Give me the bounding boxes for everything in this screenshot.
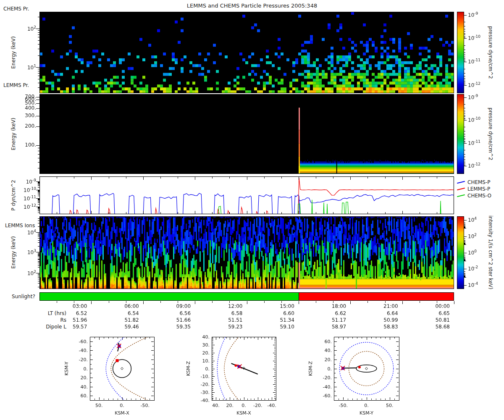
cbar2-tick: 10-12 xyxy=(468,162,490,169)
legend-line-swatch xyxy=(457,188,465,191)
time-tick-label: 06:00 xyxy=(116,303,139,309)
cbar1-tick: 10-11 xyxy=(468,58,490,65)
p2-ytick: 400. xyxy=(13,105,36,111)
p3-ytick: 10-11 xyxy=(13,195,36,202)
p1-ytick: 102 xyxy=(13,25,36,32)
ephemeris-value: 50.99 xyxy=(375,317,398,323)
legend-entry-chems-p: CHEMS-P xyxy=(457,179,491,186)
p1-ytick: 101 xyxy=(13,64,36,71)
time-tick-label: 15:00 xyxy=(271,303,294,309)
ephemeris-value: 6.65 xyxy=(426,310,450,316)
cbar2-label: pressure dyne/cm^2 xyxy=(488,108,494,160)
cbar3-tick: 10-2 xyxy=(468,265,490,272)
figure-title: LEMMS and CHEMS Particle Pressures 2005:… xyxy=(0,3,504,9)
legend-line-swatch xyxy=(457,181,465,184)
panel-label-lemms-pr: LEMMS Pr. xyxy=(3,82,29,88)
orbit-plot-ksmz-vs-ksmy xyxy=(302,333,415,419)
cbar3-tick: 100 xyxy=(468,249,490,256)
ephemeris-value: 6.54 xyxy=(116,310,139,316)
cbar1-tick: 10-9 xyxy=(468,11,490,18)
ephemeris-value: 50.81 xyxy=(426,317,450,323)
sunlight-night-segment xyxy=(299,293,454,300)
cbar3-tick: 10-4 xyxy=(468,281,490,288)
orbit-plot-ksmy-vs-ksmx xyxy=(59,333,171,419)
ephemeris-value: 51.82 xyxy=(116,317,139,323)
intensity-colorbar xyxy=(457,216,464,289)
ephemeris-value: 58.97 xyxy=(323,324,346,330)
time-tick-label: 12:00 xyxy=(219,303,243,309)
panel-label-lemms-ions: LEMMS Ions xyxy=(5,223,35,228)
ephemeris-value: 6.56 xyxy=(167,310,191,316)
ephemeris-value: 51.66 xyxy=(167,317,191,323)
time-tick-label: 00:00 xyxy=(426,303,450,309)
ephemeris-value: 58.68 xyxy=(426,324,450,330)
sunlight-indicator-bar xyxy=(39,292,454,301)
ephemeris-value: 59.23 xyxy=(219,324,243,330)
row-label-lt: LT (hrs) xyxy=(13,310,66,316)
cbar2-tick: 10-10 xyxy=(468,116,490,123)
ephemeris-value: 6.62 xyxy=(323,310,346,316)
ephemeris-value: 51.34 xyxy=(271,317,294,323)
ephemeris-value: 59.35 xyxy=(167,324,191,330)
time-tick-label: 18:00 xyxy=(323,303,346,309)
panel-label-chems-pr: CHEMS Pr. xyxy=(3,6,29,12)
ephemeris-value: 51.96 xyxy=(63,317,87,323)
legend-label: CHEMS-P xyxy=(467,179,491,185)
ephemeris-value: 59.46 xyxy=(116,324,139,330)
p4-ytick: 102 xyxy=(13,270,36,276)
chems-pressure-spectrogram xyxy=(39,12,454,93)
ephemeris-value: 6.64 xyxy=(375,310,398,316)
sunlight-label: Sunlight? xyxy=(12,294,35,299)
p4-ytick: 103 xyxy=(13,249,36,255)
pressure-line-chart xyxy=(39,176,454,214)
time-tick-label: 21:00 xyxy=(375,303,398,309)
p3-ytick: 10-12 xyxy=(13,203,36,210)
ephemeris-value: 6.52 xyxy=(63,310,87,316)
legend-entry-lemms-p: LEMMS-P xyxy=(457,186,491,192)
cbar1-tick: 10-10 xyxy=(468,34,490,41)
p3-ytick: 10-10 xyxy=(13,186,36,193)
legend-label: CHEMS-O xyxy=(467,193,491,199)
lemms-pressure-spectrogram xyxy=(39,94,454,174)
ephemeris-value: 51.51 xyxy=(219,317,243,323)
legend-line-swatch xyxy=(457,194,465,197)
cbar2-tick: 10-9 xyxy=(468,94,490,100)
pressure-colorbar-top xyxy=(457,12,464,93)
row-label-rs: Rs xyxy=(13,317,66,323)
ephemeris-value: 59.57 xyxy=(63,324,87,330)
cbar2-tick: 10-11 xyxy=(468,139,490,146)
p3-ytick: 10-9 xyxy=(13,178,36,185)
legend-entry-chems-o: CHEMS-O xyxy=(457,192,491,199)
lemms-ions-spectrogram xyxy=(39,216,454,289)
ephemeris-value: 6.58 xyxy=(219,310,243,316)
cbar1-tick: 10-12 xyxy=(468,81,490,88)
ephemeris-value: 59.10 xyxy=(271,324,294,330)
p2-ytick: 200. xyxy=(13,123,36,129)
row-label-dipole-l: Dipole L xyxy=(13,324,66,330)
line-legend: CHEMS-P LEMMS-P CHEMS-O xyxy=(457,179,491,199)
cbar3-tick: 102 xyxy=(468,233,490,239)
cbar3-tick: 104 xyxy=(468,216,490,223)
legend-label: LEMMS-P xyxy=(467,186,490,192)
p2-ytick: 100. xyxy=(13,142,36,148)
p4-ytick: 104 xyxy=(13,229,36,236)
time-tick-label: 09:00 xyxy=(167,303,191,309)
orbit-plot-ksmz-vs-ksmx xyxy=(181,333,293,419)
time-tick-label: 03:00 xyxy=(63,303,87,309)
ephemeris-value: 58.83 xyxy=(375,324,398,330)
ephemeris-value: 51.17 xyxy=(323,317,346,323)
cassini-particle-pressure-figure: { "title": "LEMMS and CHEMS Particle Pre… xyxy=(0,0,504,420)
pressure-colorbar-mid xyxy=(457,94,464,174)
ephemeris-value: 6.60 xyxy=(271,310,294,316)
sunlight-day-segment xyxy=(40,293,299,300)
p2-ytick: 300. xyxy=(13,113,36,118)
